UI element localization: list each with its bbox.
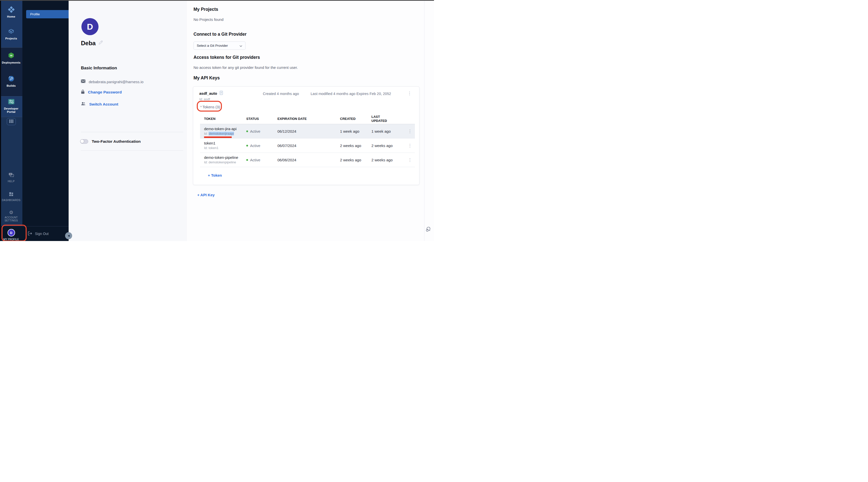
col-last-updated: LAST UPDATED bbox=[370, 115, 392, 123]
sidebar-collapse-button[interactable]: ◀ bbox=[65, 232, 72, 239]
api-key-name: asdf_auto bbox=[199, 91, 217, 95]
divider bbox=[81, 150, 183, 151]
access-tokens-title: Access tokens for Git providers bbox=[193, 55, 260, 60]
switch-account-row[interactable]: Switch Account bbox=[81, 102, 118, 107]
edit-name-pencil-icon[interactable] bbox=[98, 40, 103, 46]
tokens-table: TOKEN STATUS EXPIRATION DATE CREATED LAS… bbox=[200, 114, 415, 167]
lock-icon bbox=[81, 89, 85, 95]
dashboards-grid-icon bbox=[9, 192, 13, 198]
no-projects-text: No Projects found bbox=[193, 17, 223, 22]
token-expiration: 06/07/2024 bbox=[275, 144, 337, 148]
token-menu-kebab-icon[interactable]: ⋮ bbox=[405, 158, 415, 162]
token-menu-kebab-icon[interactable]: ⋮ bbox=[405, 129, 415, 133]
add-token-button[interactable]: + Token bbox=[208, 173, 222, 177]
tokens-table-header: TOKEN STATUS EXPIRATION DATE CREATED LAS… bbox=[200, 114, 415, 124]
api-key-expires: Expires Feb 20, 2052 bbox=[356, 92, 391, 96]
token-status: Active bbox=[250, 144, 260, 148]
chat-support-icon[interactable] bbox=[426, 227, 432, 233]
api-key-card: asdf_auto Id: asdf Created 4 months ago … bbox=[193, 86, 420, 185]
token-expiration: 06/06/2024 bbox=[275, 158, 337, 162]
harness-home-icon bbox=[8, 6, 14, 14]
tokens-expand-toggle[interactable]: ^ Tokens (3) bbox=[200, 105, 220, 109]
profile-details-pane: D Deba Basic Information debabrata.panig… bbox=[69, 1, 187, 241]
sidebar-item-developer-portal[interactable]: Developer Portal bbox=[0, 98, 22, 114]
token-row-token1[interactable]: token1 Id: token1 Active 06/07/2024 2 we… bbox=[200, 139, 415, 153]
status-dot bbox=[246, 159, 248, 161]
token-row-demo-token-jira-api[interactable]: demo-token-jira-api Id: demotokenjiraapi… bbox=[200, 124, 415, 139]
my-projects-title: My Projects bbox=[193, 7, 218, 12]
change-password-link[interactable]: Change Password bbox=[88, 90, 122, 94]
token-created: 2 weeks ago bbox=[337, 158, 370, 162]
deployments-label: Deployments bbox=[2, 61, 20, 64]
help-label: HELP bbox=[8, 180, 15, 183]
subnav-profile-label: Profile bbox=[30, 12, 40, 16]
api-key-menu-kebab-icon[interactable]: ⋮ bbox=[407, 91, 412, 95]
token-updated: 1 week ago bbox=[370, 129, 405, 133]
copy-clipboard-icon[interactable] bbox=[220, 91, 223, 96]
module-nav-rail: Home Projects ∞ Deployments Builds Devel… bbox=[0, 1, 22, 241]
sidebar-item-home[interactable]: Home bbox=[0, 6, 22, 18]
token-id-value-selected: demotokenjiraapi bbox=[209, 132, 234, 135]
projects-box-icon bbox=[8, 28, 14, 36]
api-key-modified: Last modified 4 months ago bbox=[311, 92, 355, 96]
basic-information-title: Basic Information bbox=[81, 66, 117, 71]
help-chat-icon: ? bbox=[8, 172, 14, 179]
api-keys-title: My API Keys bbox=[193, 76, 220, 81]
col-created: CREATED bbox=[337, 117, 370, 121]
token-created: 2 weeks ago bbox=[337, 144, 370, 148]
profile-name-row: Deba bbox=[81, 40, 103, 47]
email-envelope-icon bbox=[81, 80, 86, 84]
window-left-edge bbox=[0, 0, 1, 241]
token-name: demo-token-jira-api bbox=[204, 127, 245, 131]
sign-out-label: Sign Out bbox=[35, 232, 49, 236]
window-top-edge bbox=[0, 0, 434, 1]
tokens-count-label: Tokens (3) bbox=[203, 105, 220, 109]
caret-up-icon: ^ bbox=[200, 105, 202, 109]
email-row: debabrata.panigrahi@harness.io bbox=[81, 80, 144, 84]
sidebar-item-my-profile[interactable]: D MY PROFILE bbox=[0, 229, 22, 241]
svg-text:∞: ∞ bbox=[10, 53, 12, 57]
change-password-row[interactable]: Change Password bbox=[81, 89, 122, 95]
api-key-id: Id: asdf bbox=[199, 97, 210, 101]
col-expiration: EXPIRATION DATE bbox=[275, 117, 337, 121]
two-factor-toggle[interactable] bbox=[80, 139, 88, 144]
sidebar-item-help[interactable]: ? HELP bbox=[0, 172, 22, 183]
sidebar-item-dashboards[interactable]: DASHBOARDS bbox=[0, 192, 22, 202]
subnav-item-profile[interactable]: Profile bbox=[26, 10, 69, 18]
builds-label: Builds bbox=[6, 84, 16, 87]
builds-magnifier-icon bbox=[8, 76, 14, 83]
sign-out-icon bbox=[28, 232, 32, 236]
gear-icon: ⚙ bbox=[9, 210, 13, 215]
token-menu-kebab-icon[interactable]: ⋮ bbox=[405, 144, 415, 148]
sidebar-item-builds[interactable]: Builds bbox=[0, 76, 22, 87]
projects-label: Projects bbox=[5, 37, 17, 40]
my-profile-avatar: D bbox=[7, 229, 15, 237]
sidebar-item-deployments[interactable]: ∞ Deployments bbox=[0, 52, 22, 64]
token-id: Id: demotokenjiraapi bbox=[204, 132, 245, 136]
svg-text:?: ? bbox=[10, 173, 11, 175]
token-status: Active bbox=[250, 129, 260, 133]
profile-subnav: Profile Sign Out ◀ bbox=[22, 1, 69, 241]
api-key-created: Created 4 months ago bbox=[263, 92, 299, 96]
sign-out-button[interactable]: Sign Out bbox=[22, 226, 69, 241]
sidebar-item-account-settings[interactable]: ⚙ ACCOUNT SETTINGS bbox=[0, 210, 22, 222]
status-dot bbox=[246, 130, 248, 132]
two-factor-row: Two-Factor Authentication bbox=[80, 139, 141, 144]
switch-account-people-icon bbox=[81, 102, 86, 107]
scrollbar-track[interactable] bbox=[424, 1, 425, 241]
git-provider-selected-value: Select a Git Provider bbox=[197, 44, 228, 48]
add-api-key-button[interactable]: + API Key bbox=[197, 193, 215, 197]
no-access-tokens-text: No access token for any git provider fou… bbox=[193, 65, 298, 70]
module-launcher-button[interactable] bbox=[7, 118, 16, 125]
api-key-header: asdf_auto bbox=[199, 91, 223, 96]
token-updated: 2 weeks ago bbox=[370, 144, 405, 148]
two-factor-label: Two-Factor Authentication bbox=[92, 139, 141, 144]
sidebar-item-projects[interactable]: Projects bbox=[0, 28, 22, 40]
grid-launcher-icon bbox=[9, 119, 13, 124]
account-overview-pane: My Projects No Projects found Connect to… bbox=[187, 1, 434, 241]
divider bbox=[81, 132, 183, 132]
git-provider-select[interactable]: Select a Git Provider bbox=[193, 41, 246, 50]
token-row-demo-token-pipeline[interactable]: demo-token-pipeline Id: demotokenpipelin… bbox=[200, 153, 415, 167]
switch-account-link[interactable]: Switch Account bbox=[89, 102, 118, 107]
profile-avatar: D bbox=[82, 18, 98, 35]
